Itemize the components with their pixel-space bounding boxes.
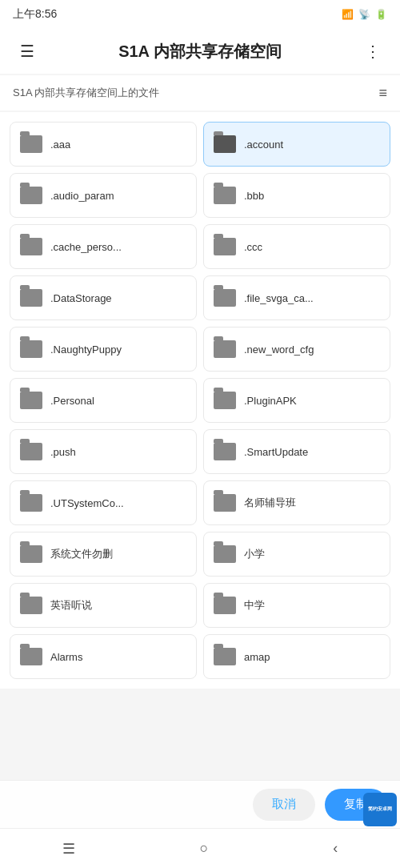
folder-icon (20, 340, 42, 358)
battery-icon: 🔋 (375, 9, 387, 20)
app-bar: ☰ S1A 内部共享存储空间 ⋮ (0, 29, 400, 74)
file-item[interactable]: .SmartUpdate (203, 429, 390, 474)
nav-bar: ☰ ○ ‹ 简约安卓网 (0, 828, 400, 868)
file-name: .Personal (50, 395, 94, 407)
file-item[interactable]: 系统文件勿删 (10, 532, 197, 577)
hamburger-button[interactable]: ☰ (13, 37, 42, 66)
folder-icon (20, 135, 42, 153)
folder-icon (214, 135, 236, 153)
subtitle-bar: S1A 内部共享存储空间上的文件 ≡ (0, 75, 400, 111)
file-name: .bbb (244, 190, 264, 202)
folder-icon (20, 443, 42, 460)
nav-home-icon[interactable]: ○ (200, 840, 209, 857)
file-item[interactable]: Alarms (10, 634, 197, 679)
signal-icon: 📶 (342, 9, 354, 20)
file-name: .SmartUpdate (244, 446, 308, 458)
file-item[interactable]: .file_svga_ca... (203, 275, 390, 320)
file-name: 名师辅导班 (244, 496, 296, 510)
app-title: S1A 内部共享存储空间 (51, 41, 349, 62)
file-item[interactable]: 中学 (203, 583, 390, 628)
folder-icon (20, 289, 42, 307)
watermark-text: 简约安卓网 (368, 806, 392, 812)
folder-icon (20, 648, 42, 665)
file-item[interactable]: .DataStorage (10, 275, 197, 320)
nav-back-icon[interactable]: ‹ (333, 840, 338, 857)
bottom-action-bar: 取消 复制 (0, 780, 400, 828)
folder-icon (214, 494, 236, 512)
cancel-button[interactable]: 取消 (253, 789, 315, 821)
folder-icon (214, 238, 236, 255)
file-item[interactable]: amap (203, 634, 390, 679)
file-name: .file_svga_ca... (244, 292, 314, 304)
file-item[interactable]: .NaughtyPuppy (10, 327, 197, 372)
status-bar: 上午8:56 📶 📡 🔋 (0, 0, 400, 29)
file-item[interactable]: 小学 (203, 532, 390, 577)
file-name: .audio_param (50, 190, 114, 202)
folder-icon (20, 238, 42, 255)
file-name: 英语听说 (50, 598, 92, 613)
file-name: .cache_perso... (50, 241, 122, 253)
file-name: .account (244, 139, 283, 151)
file-item[interactable]: .new_word_cfg (203, 327, 390, 372)
file-item[interactable]: .cache_perso... (10, 224, 197, 269)
file-name: .new_word_cfg (244, 344, 314, 356)
file-item[interactable]: .bbb (203, 173, 390, 218)
file-item[interactable]: .UTSystemCo... (10, 480, 197, 525)
folder-icon (214, 648, 236, 665)
folder-icon (214, 392, 236, 409)
file-item[interactable]: .Personal (10, 378, 197, 423)
file-item[interactable]: .audio_param (10, 173, 197, 218)
file-name: 中学 (244, 598, 265, 613)
more-button[interactable]: ⋮ (358, 37, 387, 66)
file-name: .aaa (50, 139, 70, 151)
folder-icon (214, 187, 236, 204)
folder-icon (214, 597, 236, 614)
folder-icon (20, 545, 42, 563)
file-item[interactable]: .aaa (10, 122, 197, 167)
file-name: .UTSystemCo... (50, 497, 124, 509)
file-name: .NaughtyPuppy (50, 344, 122, 356)
wifi-icon: 📡 (358, 9, 370, 20)
subtitle-text: S1A 内部共享存储空间上的文件 (13, 86, 159, 100)
folder-icon (20, 597, 42, 614)
file-item[interactable]: 名师辅导班 (203, 480, 390, 525)
more-icon: ⋮ (365, 42, 381, 61)
hamburger-icon: ☰ (20, 42, 34, 61)
file-item[interactable]: .PluginAPK (203, 378, 390, 423)
watermark: 简约安卓网 (363, 793, 397, 826)
file-name: .ccc (244, 241, 262, 253)
file-name: .DataStorage (50, 292, 112, 304)
file-item[interactable]: .account (203, 122, 390, 167)
folder-icon (214, 289, 236, 307)
folder-icon (214, 443, 236, 460)
file-item[interactable]: .ccc (203, 224, 390, 269)
file-name: 小学 (244, 547, 265, 561)
folder-icon (20, 187, 42, 204)
folder-icon (214, 545, 236, 563)
status-time: 上午8:56 (13, 7, 57, 22)
folder-icon (20, 494, 42, 512)
file-item[interactable]: 英语听说 (10, 583, 197, 628)
file-name: Alarms (50, 651, 82, 663)
nav-menu-icon[interactable]: ☰ (62, 840, 75, 858)
file-name: 系统文件勿删 (50, 547, 113, 561)
file-name: .PluginAPK (244, 395, 297, 407)
files-grid: .aaa.account.audio_param.bbb.cache_perso… (0, 112, 400, 689)
status-icons: 📶 📡 🔋 (342, 9, 387, 20)
file-name: .push (50, 446, 76, 458)
folder-icon (20, 392, 42, 409)
folder-icon (214, 340, 236, 358)
file-name: amap (244, 651, 270, 663)
file-item[interactable]: .push (10, 429, 197, 474)
list-view-icon[interactable]: ≡ (378, 85, 387, 102)
